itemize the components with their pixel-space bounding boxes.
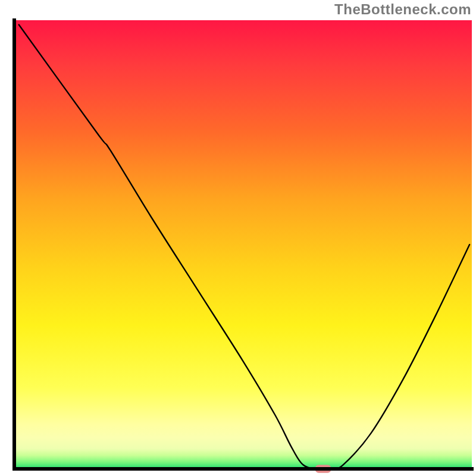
watermark-label: TheBottleneck.com (334, 1, 471, 18)
chart-container: TheBottleneck.com (0, 0, 476, 476)
plot-background (14, 20, 472, 469)
bottleneck-chart (0, 0, 476, 476)
